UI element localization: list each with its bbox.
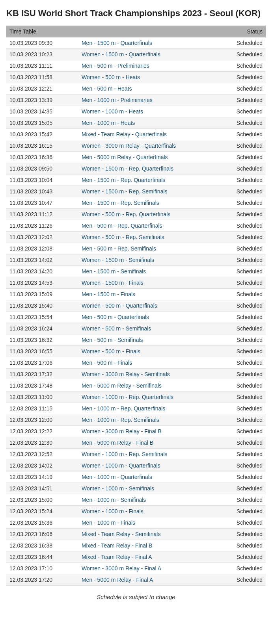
event-name[interactable]: Women - 500 m - Heats <box>78 71 220 83</box>
table-row: 12.03.2023 15:36Men - 1000 m - FinalsSch… <box>6 517 266 528</box>
event-status: Scheduled <box>220 151 266 163</box>
event-time: 11.03.2023 10:43 <box>6 186 78 197</box>
event-name[interactable]: Women - 1500 m - Rep. Semifinals <box>78 186 220 197</box>
table-row: 12.03.2023 12:22Women - 3000 m Relay - F… <box>6 425 266 437</box>
event-status: Scheduled <box>220 334 266 345</box>
event-name[interactable]: Men - 1000 m - Semifinals <box>78 494 220 505</box>
event-name[interactable]: Women - 1500 m - Quarterfinals <box>78 48 220 60</box>
event-name[interactable]: Men - 1000 m - Rep. Semifinals <box>78 414 220 425</box>
event-name[interactable]: Men - 1000 m - Preliminaries <box>78 94 220 106</box>
table-row: 12.03.2023 17:10Women - 3000 m Relay - F… <box>6 562 266 574</box>
table-row: 10.03.2023 16:15Women - 3000 m Relay - Q… <box>6 140 266 151</box>
event-time: 11.03.2023 17:06 <box>6 357 78 368</box>
event-name[interactable]: Men - 1000 m - Finals <box>78 517 220 528</box>
event-name[interactable]: Men - 500 m - Preliminaries <box>78 60 220 71</box>
event-name[interactable]: Men - 500 m - Rep. Semifinals <box>78 243 220 254</box>
event-time: 12.03.2023 14:19 <box>6 471 78 483</box>
event-status: Scheduled <box>220 357 266 368</box>
event-name[interactable]: Women - 1500 m - Rep. Quarterfinals <box>78 163 220 174</box>
event-name[interactable]: Women - 1000 m - Semifinals <box>78 483 220 494</box>
event-time: 12.03.2023 14:51 <box>6 483 78 494</box>
table-row: 11.03.2023 10:04Men - 1500 m - Rep. Quar… <box>6 174 266 186</box>
event-status: Scheduled <box>220 197 266 208</box>
event-status: Scheduled <box>220 265 266 277</box>
event-name[interactable]: Women - 1500 m - Finals <box>78 277 220 288</box>
event-name[interactable]: Men - 1500 m - Quarterfinals <box>78 37 220 49</box>
table-row: 12.03.2023 15:00Men - 1000 m - Semifinal… <box>6 494 266 505</box>
event-status: Scheduled <box>220 300 266 311</box>
event-status: Scheduled <box>220 471 266 483</box>
event-time: 12.03.2023 17:20 <box>6 574 78 585</box>
event-time: 12.03.2023 12:52 <box>6 448 78 460</box>
event-name[interactable]: Men - 500 m - Finals <box>78 357 220 368</box>
event-name[interactable]: Men - 5000 m Relay - Quarterfinals <box>78 151 220 163</box>
event-name[interactable]: Women - 500 m - Finals <box>78 345 220 357</box>
event-name[interactable]: Women - 1000 m - Quarterfinals <box>78 460 220 471</box>
event-status: Scheduled <box>220 517 266 528</box>
event-name[interactable]: Women - 1000 m - Rep. Quarterfinals <box>78 391 220 403</box>
event-status: Scheduled <box>220 437 266 448</box>
event-name[interactable]: Men - 500 m - Quarterfinals <box>78 311 220 323</box>
event-name[interactable]: Men - 500 m - Heats <box>78 83 220 94</box>
event-status: Scheduled <box>220 277 266 288</box>
event-name[interactable]: Mixed - Team Relay - Semifinals <box>78 528 220 540</box>
event-name[interactable]: Men - 1000 m - Heats <box>78 117 220 128</box>
event-name[interactable]: Men - 1500 m - Rep. Quarterfinals <box>78 174 220 186</box>
event-time: 11.03.2023 17:32 <box>6 368 78 380</box>
event-status: Scheduled <box>220 71 266 83</box>
table-row: 12.03.2023 11:15Men - 1000 m - Rep. Quar… <box>6 403 266 414</box>
event-name[interactable]: Women - 1500 m - Semifinals <box>78 254 220 265</box>
event-status: Scheduled <box>220 403 266 414</box>
event-status: Scheduled <box>220 391 266 403</box>
event-name[interactable]: Men - 1500 m - Finals <box>78 288 220 300</box>
event-time: 10.03.2023 15:42 <box>6 128 78 140</box>
event-name[interactable]: Women - 1000 m - Rep. Semifinals <box>78 448 220 460</box>
event-name[interactable]: Men - 5000 m Relay - Semifinals <box>78 380 220 391</box>
event-name[interactable]: Women - 500 m - Rep. Quarterfinals <box>78 208 220 220</box>
event-name[interactable]: Women - 1000 m - Heats <box>78 106 220 117</box>
event-name[interactable]: Men - 500 m - Rep. Quarterfinals <box>78 220 220 231</box>
event-status: Scheduled <box>220 106 266 117</box>
event-name[interactable]: Women - 3000 m Relay - Quarterfinals <box>78 140 220 151</box>
event-name[interactable]: Men - 1000 m - Rep. Quarterfinals <box>78 403 220 414</box>
event-name[interactable]: Women - 500 m - Quarterfinals <box>78 300 220 311</box>
event-time: 11.03.2023 12:08 <box>6 243 78 254</box>
event-name[interactable]: Mixed - Team Relay - Quarterfinals <box>78 128 220 140</box>
event-name[interactable]: Men - 1500 m - Rep. Semifinals <box>78 197 220 208</box>
event-name[interactable]: Mixed - Team Relay - Final A <box>78 551 220 562</box>
event-status: Scheduled <box>220 380 266 391</box>
table-row: 11.03.2023 14:02Women - 1500 m - Semifin… <box>6 254 266 265</box>
event-name[interactable]: Women - 3000 m Relay - Final A <box>78 562 220 574</box>
event-name[interactable]: Women - 3000 m Relay - Semifinals <box>78 368 220 380</box>
event-status: Scheduled <box>220 460 266 471</box>
event-time: 12.03.2023 12:22 <box>6 425 78 437</box>
event-name[interactable]: Women - 3000 m Relay - Final B <box>78 425 220 437</box>
table-row: 10.03.2023 14:35Women - 1000 m - HeatsSc… <box>6 106 266 117</box>
event-status: Scheduled <box>220 311 266 323</box>
event-time: 11.03.2023 16:24 <box>6 323 78 334</box>
event-name[interactable]: Women - 500 m - Semifinals <box>78 323 220 334</box>
event-time: 10.03.2023 10:23 <box>6 48 78 60</box>
event-status: Scheduled <box>220 208 266 220</box>
event-status: Scheduled <box>220 60 266 71</box>
table-row: 12.03.2023 12:00Men - 1000 m - Rep. Semi… <box>6 414 266 425</box>
event-name[interactable]: Women - 1000 m - Finals <box>78 505 220 517</box>
event-status: Scheduled <box>220 562 266 574</box>
event-time: 10.03.2023 16:15 <box>6 140 78 151</box>
table-row: 12.03.2023 17:20Men - 5000 m Relay - Fin… <box>6 574 266 585</box>
event-name[interactable]: Men - 5000 m Relay - Final A <box>78 574 220 585</box>
status-header: Status <box>220 26 266 37</box>
event-name[interactable]: Men - 1000 m - Quarterfinals <box>78 471 220 483</box>
event-name[interactable]: Men - 5000 m Relay - Final B <box>78 437 220 448</box>
event-name[interactable]: Mixed - Team Relay - Final B <box>78 540 220 551</box>
event-name[interactable]: Women - 500 m - Rep. Semifinals <box>78 231 220 243</box>
event-status: Scheduled <box>220 254 266 265</box>
table-row: 11.03.2023 14:20Men - 1500 m - Semifinal… <box>6 265 266 277</box>
event-name[interactable]: Men - 500 m - Semifinals <box>78 334 220 345</box>
event-name[interactable]: Men - 1500 m - Semifinals <box>78 265 220 277</box>
event-status: Scheduled <box>220 540 266 551</box>
footer-note: Schedule is subject to change <box>6 594 266 600</box>
table-row: 11.03.2023 15:40Women - 500 m - Quarterf… <box>6 300 266 311</box>
table-row: 10.03.2023 15:05Men - 1000 m - HeatsSche… <box>6 117 266 128</box>
table-row: 10.03.2023 12:21Men - 500 m - HeatsSched… <box>6 83 266 94</box>
